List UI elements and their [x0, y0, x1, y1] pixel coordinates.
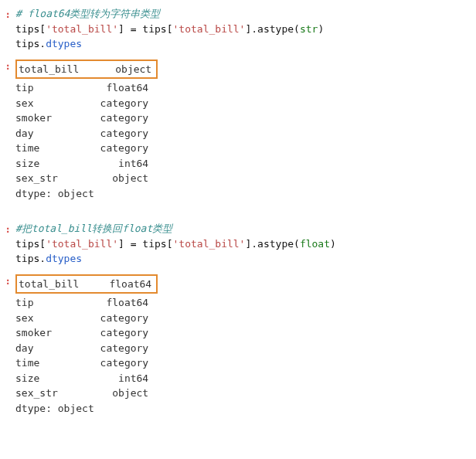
code-text: )	[318, 23, 324, 35]
code-cell-2-code: #把total_bill转换回float类型 tips['total_bill'…	[15, 221, 470, 267]
code-text: tips[	[15, 238, 46, 250]
output-footer: dtype: object	[15, 401, 470, 416]
output-highlight-row: total_bill float64	[19, 277, 151, 292]
highlight-box: total_bill float64	[15, 274, 158, 294]
code-text: tips.	[15, 253, 46, 264]
code-string: 'total_bill'	[46, 238, 118, 250]
code-text: tips[	[15, 23, 46, 35]
code-cell-2: : #把total_bill转换回float类型 tips['total_bil…	[0, 218, 476, 270]
output-cell-2-body: total_bill float64 tip float64 sex categ…	[15, 273, 470, 416]
code-text: ] = tips[	[118, 23, 172, 35]
output-rows: tip float64 sex category smoker category…	[15, 80, 470, 186]
code-text: ].astype(	[245, 238, 299, 250]
output-rows: tip float64 sex category smoker category…	[15, 295, 470, 401]
output-footer: dtype: object	[15, 186, 470, 202]
code-text: ].astype(	[245, 23, 299, 35]
code-string: 'total_bill'	[173, 238, 246, 250]
code-text: ] = tips[	[118, 238, 172, 250]
code-builtin: str	[300, 23, 318, 35]
output-cell-2: : total_bill float64 tip float64 sex cat…	[0, 270, 476, 420]
code-comment: #把total_bill转换回float类型	[15, 223, 172, 234]
input-prompt: :	[0, 6, 15, 22]
code-text: tips.	[15, 38, 46, 49]
code-attr: dtypes	[46, 253, 82, 264]
output-cell-1: : total_bill object tip float64 sex cate…	[0, 55, 476, 205]
output-highlight-row: total_bill object	[19, 62, 151, 77]
code-cell-2-body: #把total_bill转换回float类型 tips['total_bill'…	[15, 221, 470, 267]
spacer	[0, 204, 476, 218]
output-prompt: :	[0, 58, 15, 74]
code-cell-1-code: # float64类型转为字符串类型 tips['total_bill'] = …	[15, 6, 470, 52]
code-string: 'total_bill'	[46, 23, 118, 35]
code-builtin: float	[300, 238, 330, 250]
input-prompt: :	[0, 221, 15, 237]
code-attr: dtypes	[46, 38, 82, 49]
code-text: )	[330, 238, 336, 250]
code-comment: # float64类型转为字符串类型	[15, 8, 160, 19]
code-cell-1-body: # float64类型转为字符串类型 tips['total_bill'] = …	[15, 6, 470, 52]
highlight-box: total_bill object	[15, 60, 158, 80]
notebook: : # float64类型转为字符串类型 tips['total_bill'] …	[0, 0, 476, 427]
output-cell-1-body: total_bill object tip float64 sex catego…	[15, 58, 470, 202]
code-string: 'total_bill'	[173, 23, 246, 35]
output-prompt: :	[0, 273, 15, 289]
code-cell-1: : # float64类型转为字符串类型 tips['total_bill'] …	[0, 3, 476, 55]
